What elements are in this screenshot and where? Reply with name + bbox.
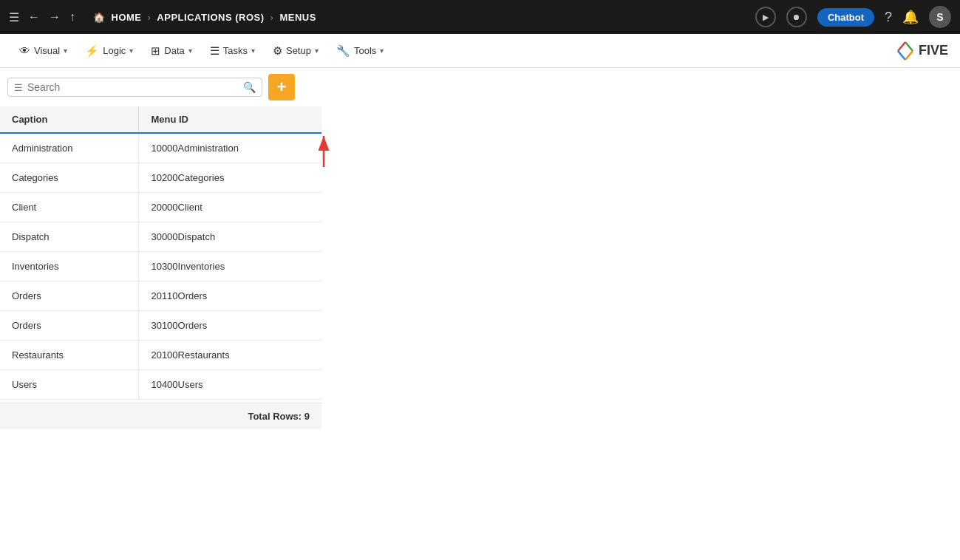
svg-line-3 bbox=[905, 51, 913, 60]
toolbar-data[interactable]: ⊞ Data ▾ bbox=[143, 40, 199, 62]
total-rows-label: Total Rows: 9 bbox=[248, 411, 310, 422]
add-button[interactable]: + bbox=[268, 74, 295, 100]
five-logo: FIVE bbox=[895, 41, 948, 61]
table-row[interactable]: Dispatch30000Dispatch bbox=[0, 222, 321, 252]
tasks-chevron: ▾ bbox=[251, 47, 255, 55]
caption-cell: Client bbox=[0, 193, 139, 222]
tasks-icon: ☰ bbox=[210, 44, 219, 58]
chatbot-button[interactable]: Chatbot bbox=[817, 8, 874, 27]
setup-chevron: ▾ bbox=[315, 47, 319, 55]
caption-cell: Categories bbox=[0, 163, 139, 193]
caption-cell: Orders bbox=[0, 311, 139, 341]
toolbar-setup-label: Setup bbox=[286, 45, 311, 56]
menus-table: Caption Menu ID Administration10000Admin… bbox=[0, 106, 321, 400]
filter-icon: ☰ bbox=[14, 82, 23, 93]
toolbar-data-label: Data bbox=[164, 45, 184, 56]
caption-cell: Inventories bbox=[0, 252, 139, 281]
breadcrumb-app[interactable]: APPLICATIONS (ROS) bbox=[157, 12, 264, 23]
caption-cell: Users bbox=[0, 370, 139, 400]
menu-id-cell: 30000Dispatch bbox=[139, 222, 321, 252]
home-icon: 🏠 bbox=[93, 12, 106, 23]
forward-icon[interactable]: → bbox=[49, 10, 61, 24]
tools-chevron: ▾ bbox=[380, 47, 384, 55]
search-area: ☰ 🔍 + bbox=[0, 68, 960, 106]
avatar[interactable]: S bbox=[929, 6, 951, 28]
toolbar-logic-label: Logic bbox=[103, 45, 126, 56]
menu-id-cell: 10000Administration bbox=[139, 133, 321, 163]
logic-chevron: ▾ bbox=[129, 47, 133, 55]
table-row[interactable]: Categories10200Categories bbox=[0, 163, 321, 193]
tools-icon: 🔧 bbox=[336, 44, 350, 58]
table-row[interactable]: Users10400Users bbox=[0, 370, 321, 400]
svg-line-1 bbox=[905, 42, 913, 51]
help-icon[interactable]: ? bbox=[885, 10, 892, 25]
table-body: Administration10000AdministrationCategor… bbox=[0, 133, 321, 400]
menu-id-cell: 20100Restaurants bbox=[139, 341, 321, 370]
search-box: ☰ 🔍 bbox=[7, 78, 262, 97]
menu-id-cell: 10300Inventories bbox=[139, 252, 321, 281]
table-header-row: Caption Menu ID bbox=[0, 106, 321, 133]
table-container: Caption Menu ID Administration10000Admin… bbox=[0, 106, 960, 429]
menu-id-cell: 10400Users bbox=[139, 370, 321, 400]
table-row[interactable]: Restaurants20100Restaurants bbox=[0, 341, 321, 370]
notifications-icon[interactable]: 🔔 bbox=[902, 9, 919, 25]
table-row[interactable]: Orders20110Orders bbox=[0, 281, 321, 311]
toolbar-tasks-label: Tasks bbox=[223, 45, 248, 56]
caption-column-header[interactable]: Caption bbox=[0, 106, 139, 133]
five-logo-text: FIVE bbox=[919, 43, 948, 58]
hamburger-menu-icon[interactable]: ☰ bbox=[9, 10, 19, 24]
main-toolbar: 👁 Visual ▾ ⚡ Logic ▾ ⊞ Data ▾ ☰ Tasks ▾ … bbox=[0, 34, 960, 68]
menu-id-cell: 20000Client bbox=[139, 193, 321, 222]
menu-id-column-header[interactable]: Menu ID bbox=[139, 106, 321, 133]
svg-line-2 bbox=[898, 51, 905, 60]
data-icon: ⊞ bbox=[151, 44, 160, 58]
table-row[interactable]: Inventories10300Inventories bbox=[0, 252, 321, 281]
search-icon[interactable]: 🔍 bbox=[243, 81, 256, 93]
up-icon[interactable]: ↑ bbox=[69, 10, 75, 24]
logic-icon: ⚡ bbox=[85, 44, 99, 58]
menu-id-cell: 30100Orders bbox=[139, 311, 321, 341]
record-button[interactable]: ⏺ bbox=[786, 7, 807, 27]
table-row[interactable]: Orders30100Orders bbox=[0, 311, 321, 341]
nav-actions: ▶ ⏺ Chatbot ? 🔔 S bbox=[755, 6, 951, 28]
top-navigation: ☰ ← → ↑ 🏠 HOME › APPLICATIONS (ROS) › ME… bbox=[0, 0, 960, 34]
visual-chevron: ▾ bbox=[64, 47, 67, 55]
five-logo-icon bbox=[895, 41, 916, 61]
setup-icon: ⚙ bbox=[273, 44, 282, 58]
toolbar-visual-label: Visual bbox=[34, 45, 60, 56]
svg-line-0 bbox=[898, 42, 905, 51]
back-icon[interactable]: ← bbox=[28, 10, 40, 24]
caption-cell: Orders bbox=[0, 281, 139, 311]
table-row[interactable]: Client20000Client bbox=[0, 193, 321, 222]
breadcrumb: 🏠 HOME › APPLICATIONS (ROS) › MENUS bbox=[84, 0, 325, 34]
menu-id-cell: 10200Categories bbox=[139, 163, 321, 193]
caption-cell: Administration bbox=[0, 133, 139, 163]
toolbar-tools-label: Tools bbox=[354, 45, 376, 56]
data-chevron: ▾ bbox=[188, 47, 192, 55]
menu-id-cell: 20110Orders bbox=[139, 281, 321, 311]
table-footer: Total Rows: 9 bbox=[0, 403, 321, 429]
breadcrumb-home[interactable]: HOME bbox=[112, 12, 142, 23]
caption-cell: Restaurants bbox=[0, 341, 139, 370]
table-row[interactable]: Administration10000Administration bbox=[0, 133, 321, 163]
search-input[interactable] bbox=[27, 81, 243, 93]
toolbar-setup[interactable]: ⚙ Setup ▾ bbox=[265, 40, 326, 62]
play-button[interactable]: ▶ bbox=[755, 7, 776, 27]
toolbar-tasks[interactable]: ☰ Tasks ▾ bbox=[202, 40, 262, 62]
caption-cell: Dispatch bbox=[0, 222, 139, 252]
toolbar-visual[interactable]: 👁 Visual ▾ bbox=[12, 40, 75, 61]
visual-icon: 👁 bbox=[19, 44, 30, 57]
toolbar-tools[interactable]: 🔧 Tools ▾ bbox=[329, 40, 391, 62]
breadcrumb-menus[interactable]: MENUS bbox=[279, 12, 316, 23]
toolbar-logic[interactable]: ⚡ Logic ▾ bbox=[78, 40, 140, 62]
